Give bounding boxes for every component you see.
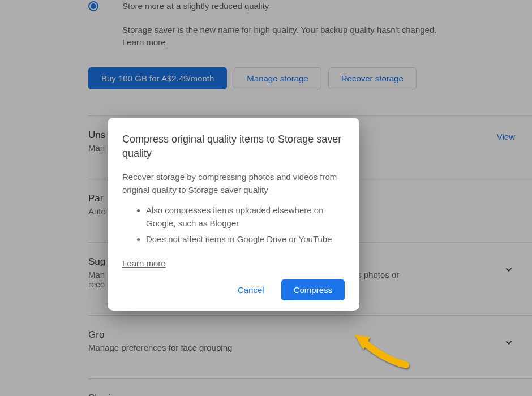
cancel-button[interactable]: Cancel — [225, 279, 277, 300]
compress-dialog: Compress original quality items to Stora… — [108, 118, 359, 311]
modal-overlay[interactable]: Compress original quality items to Stora… — [0, 0, 532, 396]
compress-button[interactable]: Compress — [281, 279, 345, 300]
bullet-item: Also compresses items uploaded elsewhere… — [146, 204, 345, 230]
dialog-bullets: Also compresses items uploaded elsewhere… — [122, 204, 345, 246]
dialog-body: Recover storage by compressing photos an… — [122, 171, 345, 196]
annotation-arrow-icon — [352, 334, 420, 373]
dialog-title: Compress original quality items to Stora… — [122, 132, 345, 161]
bullet-item: Does not affect items in Google Drive or… — [146, 233, 345, 246]
dialog-learn-more-link[interactable]: Learn more — [122, 259, 166, 268]
